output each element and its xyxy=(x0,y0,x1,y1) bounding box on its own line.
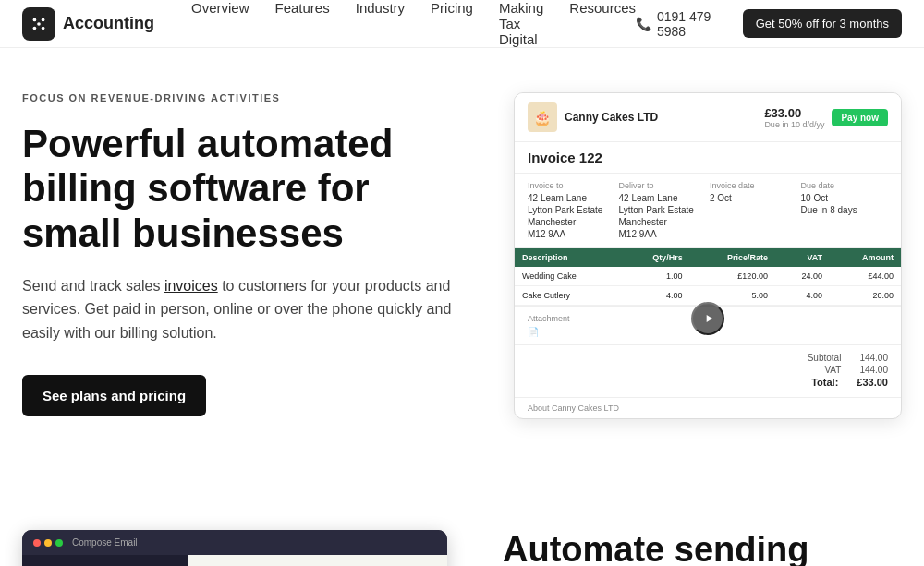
section2: Compose Email Compose Email To b.baker@2… xyxy=(0,475,924,566)
invoice-card-header: 🎂 Canny Cakes LTD £33.00 Due in 10 d/d/y… xyxy=(515,93,901,142)
vat-row: VAT 144.00 xyxy=(528,365,888,375)
invoice-date-block: Invoice date 2 Oct xyxy=(710,181,797,240)
invoice-number: Invoice 122 xyxy=(515,142,901,174)
nav-link-making-tax-digital[interactable]: Making Tax Digital xyxy=(499,0,543,47)
invoice-due-date: Due in 10 d/d/yy xyxy=(764,120,824,129)
nav-link-pricing[interactable]: Pricing xyxy=(431,0,473,47)
nav-logo[interactable]: Accounting xyxy=(22,7,154,41)
hero-desc: Send and track sales invoices to custome… xyxy=(22,274,477,345)
hero-desc-text: Send and track sales xyxy=(22,278,164,294)
hero-invoices-link[interactable]: invoices xyxy=(164,278,218,294)
row1-qty: 1.00 xyxy=(621,267,690,286)
svg-point-2 xyxy=(33,26,37,30)
invoice-to-value: 42 Leam LaneLytton Park EstateManchester… xyxy=(528,192,615,240)
nav-link-features[interactable]: Features xyxy=(275,0,330,47)
logo-text: Accounting xyxy=(63,14,154,33)
hero-title: Powerful automated billing software for … xyxy=(22,122,477,256)
email-card: Compose Email Compose Email To b.baker@2… xyxy=(22,530,447,566)
row1-vat: 24.00 xyxy=(775,267,830,286)
row2-desc: Cake Cutlery xyxy=(515,286,621,306)
total-label: Total: xyxy=(811,377,838,388)
table-row: Wedding Cake 1.00 £120.00 24.00 £44.00 xyxy=(515,267,901,286)
nav-phone: 📞 0191 479 5988 xyxy=(636,9,728,39)
invoice-meta: Invoice to 42 Leam LaneLytton Park Estat… xyxy=(515,174,901,248)
total-row: Total: £33.00 xyxy=(528,377,888,388)
subtotal-value: 144.00 xyxy=(859,353,888,363)
hero-left: FOCUS ON REVENUE-DRIVING ACTIVITIES Powe… xyxy=(22,92,477,416)
col-price: Price/Rate xyxy=(690,248,775,267)
file-icon: 📄 xyxy=(528,327,539,337)
hero-tag: FOCUS ON REVENUE-DRIVING ACTIVITIES xyxy=(22,92,477,103)
subtotal-label: Subtotal xyxy=(808,353,842,363)
col-vat: VAT xyxy=(775,248,830,267)
subtotal-row: Subtotal 144.00 xyxy=(528,353,888,363)
invoice-total-amount: £33.00 xyxy=(764,106,824,120)
nav-links: Overview Features Industry Pricing Makin… xyxy=(191,0,636,47)
invoice-table: Description Qty/Hrs Price/Rate VAT Amoun… xyxy=(515,248,901,306)
deliver-to-block: Deliver to 42 Leam LaneLytton Park Estat… xyxy=(619,181,707,240)
vat-value: 144.00 xyxy=(859,365,888,375)
svg-point-3 xyxy=(42,26,45,30)
dot-red xyxy=(33,539,41,547)
col-qty: Qty/Hrs xyxy=(621,248,690,267)
phone-number: 0191 479 5988 xyxy=(657,9,728,39)
navbar: Accounting Overview Features Industry Pr… xyxy=(0,0,924,48)
row1-amount: £44.00 xyxy=(830,267,901,286)
row1-price: £120.00 xyxy=(690,267,775,286)
invoice-footer: About Canny Cakes LTD xyxy=(515,397,901,418)
dot-green xyxy=(55,539,63,547)
svg-point-0 xyxy=(33,18,37,21)
nav-link-industry[interactable]: Industry xyxy=(356,0,405,47)
logo-icon xyxy=(22,7,55,41)
row2-amount: 20.00 xyxy=(830,286,901,306)
email-sidebar: Compose Email To b.baker@2domainname.com… xyxy=(22,555,188,566)
invoice-totals: Subtotal 144.00 VAT 144.00 Total: £33.00 xyxy=(515,344,901,397)
email-body: Compose Email To b.baker@2domainname.com… xyxy=(22,555,447,566)
hero-section: FOCUS ON REVENUE-DRIVING ACTIVITIES Powe… xyxy=(0,48,924,475)
section2-left: Compose Email Compose Email To b.baker@2… xyxy=(22,530,447,566)
invoice-header-amounts: £33.00 Due in 10 d/d/yy xyxy=(764,106,824,129)
invoice-to-block: Invoice to 42 Leam LaneLytton Park Estat… xyxy=(528,181,615,240)
dot-yellow xyxy=(44,539,52,547)
svg-point-4 xyxy=(37,22,41,26)
play-button[interactable] xyxy=(691,302,724,335)
row1-desc: Wedding Cake xyxy=(515,267,621,286)
invoice-company: Canny Cakes LTD xyxy=(565,111,658,124)
invoice-to-label: Invoice to xyxy=(528,181,615,190)
col-amount: Amount xyxy=(830,248,901,267)
section2-right: Automate sending invoices to clients Gen… xyxy=(503,530,902,566)
invoice-logo: 🎂 xyxy=(528,102,557,132)
vat-label: VAT xyxy=(824,365,841,375)
section2-title: Automate sending invoices to clients xyxy=(503,530,902,566)
invoice-header-right: £33.00 Due in 10 d/d/yy Pay now xyxy=(764,106,888,129)
invoice-header-left: 🎂 Canny Cakes LTD xyxy=(528,102,658,132)
total-value: £33.00 xyxy=(857,377,888,388)
email-title: Compose Email xyxy=(72,537,138,548)
row2-vat: 4.00 xyxy=(775,286,830,306)
nav-cta-button[interactable]: Get 50% off for 3 months xyxy=(743,9,902,38)
nav-right: 📞 0191 479 5988 Get 50% off for 3 months xyxy=(636,9,902,39)
invoice-date-label: Invoice date xyxy=(710,181,797,190)
col-description: Description xyxy=(515,248,621,267)
deliver-to-label: Deliver to xyxy=(619,181,707,190)
nav-link-overview[interactable]: Overview xyxy=(191,0,249,47)
deliver-to-value: 42 Leam LaneLytton Park EstateManchester… xyxy=(619,192,707,240)
row2-qty: 4.00 xyxy=(621,286,690,306)
pay-now-button[interactable]: Pay now xyxy=(832,109,888,126)
email-card-header: Compose Email xyxy=(22,530,447,555)
invoice-date-value: 2 Oct xyxy=(710,192,797,204)
hero-right: 🎂 Canny Cakes LTD £33.00 Due in 10 d/d/y… xyxy=(514,92,902,419)
invoice-table-wrapper: Description Qty/Hrs Price/Rate VAT Amoun… xyxy=(515,248,901,306)
due-date-block: Due date 10 OctDue in 8 days xyxy=(801,181,889,240)
email-main-panel: 🎂 Canny Cakes Viewed Paid £170.00 xyxy=(188,555,447,566)
nav-link-resources[interactable]: Resources xyxy=(569,0,636,47)
hero-cta-button[interactable]: See plans and pricing xyxy=(22,375,206,416)
svg-point-1 xyxy=(42,18,45,21)
phone-icon: 📞 xyxy=(636,17,651,31)
window-dots xyxy=(33,539,63,547)
due-date-label: Due date xyxy=(801,181,889,190)
invoice-card: 🎂 Canny Cakes LTD £33.00 Due in 10 d/d/y… xyxy=(514,92,902,419)
due-date-value: 10 OctDue in 8 days xyxy=(801,192,889,216)
